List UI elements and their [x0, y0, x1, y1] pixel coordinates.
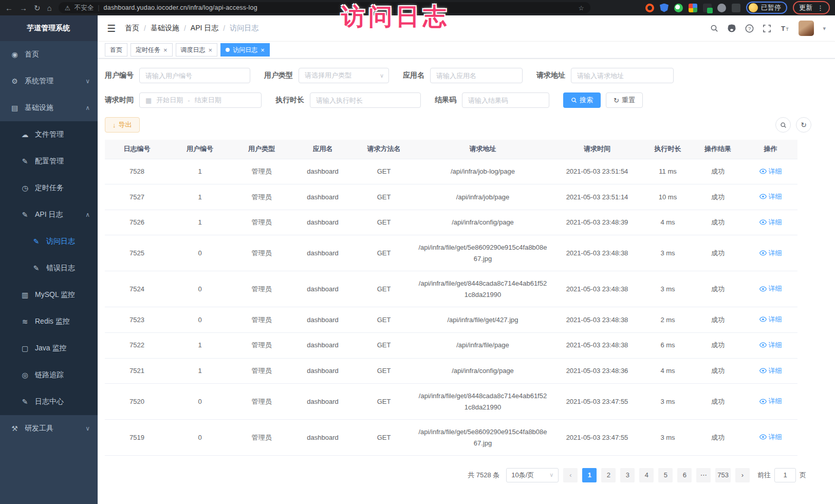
page-content: 用户编号 用户类型 请选择用户类型 ∨ 应用名 请求地址 请求 — [98, 59, 835, 504]
extension-icon[interactable] — [645, 4, 654, 12]
sidebar-item-infra[interactable]: ▤ 基础设施 ∧ — [0, 95, 98, 121]
bookmark-star-icon[interactable]: ☆ — [578, 4, 584, 12]
sidebar-item-label: 基础设施 — [25, 103, 53, 113]
breadcrumb-separator: / — [144, 24, 146, 32]
page-button-4[interactable]: 4 — [639, 468, 654, 482]
detail-link[interactable]: 详细 — [759, 432, 782, 442]
browser-update-button[interactable]: 更新 ⋮ — [793, 1, 830, 14]
kebab-menu-icon[interactable]: ⋮ — [817, 4, 824, 12]
help-icon[interactable]: ? — [745, 24, 754, 33]
sidebar-item-label: 访问日志 — [46, 237, 75, 246]
profile-paused-badge[interactable]: 已暂停 — [746, 2, 787, 14]
search-icon[interactable] — [710, 24, 718, 32]
extension-icon[interactable] — [717, 4, 726, 12]
browser-home-icon[interactable]: ⌂ — [47, 4, 52, 12]
cell-request-time: 2021-05-03 23:48:38 — [551, 271, 643, 307]
result-code-input[interactable] — [462, 92, 549, 108]
extension-icon[interactable] — [703, 4, 712, 12]
page-button-753[interactable]: 753 — [715, 468, 731, 482]
detail-link[interactable]: 详细 — [759, 340, 782, 350]
address-bar[interactable]: ⚠ 不安全 | dashboard.yudao.iocoder.cn/infra… — [59, 2, 590, 13]
detail-link[interactable]: 详细 — [759, 217, 782, 228]
sidebar-item-log-center[interactable]: ✎ 日志中心 — [0, 388, 98, 415]
request-url-input[interactable] — [571, 68, 674, 83]
close-icon[interactable]: × — [163, 47, 168, 53]
sidebar-item-redis-monitor[interactable]: ≋ Redis 监控 — [0, 308, 98, 335]
extension-icon[interactable] — [674, 4, 683, 12]
sidebar-item-file-manage[interactable]: ☁ 文件管理 — [0, 121, 98, 148]
page-button-1[interactable]: 1 — [582, 468, 597, 482]
breadcrumb-item[interactable]: API 日志 — [191, 24, 218, 33]
pagination-ellipsis[interactable]: ⋯ — [696, 468, 711, 482]
next-page-button[interactable]: › — [735, 468, 750, 482]
hamburger-icon[interactable]: ☰ — [107, 23, 116, 34]
font-size-icon[interactable]: TT — [780, 24, 790, 33]
tab-home[interactable]: 首页 — [105, 43, 127, 57]
sidebar-item-scheduled-job[interactable]: ◷ 定时任务 — [0, 175, 98, 201]
goto-page-input[interactable] — [774, 468, 796, 482]
close-icon[interactable]: × — [261, 47, 265, 53]
app-name-input[interactable] — [430, 68, 523, 83]
refresh-table-button[interactable]: ↻ — [796, 117, 811, 133]
sidebar-item-access-log[interactable]: ✎ 访问日志 — [0, 228, 98, 255]
close-icon[interactable]: × — [209, 47, 213, 53]
filter-request-time: 请求时间 ▦ 开始日期 - 结束日期 — [105, 92, 262, 108]
toggle-search-button[interactable] — [775, 117, 791, 133]
request-time-range-picker[interactable]: ▦ 开始日期 - 结束日期 — [139, 92, 262, 108]
page-button-6[interactable]: 6 — [677, 468, 692, 482]
page-button-2[interactable]: 2 — [601, 468, 616, 482]
chevron-up-icon: ∧ — [85, 104, 90, 111]
detail-link[interactable]: 详细 — [759, 248, 782, 258]
table-body: 7528 1 管理员 dashboard GET /api/infra/job-… — [105, 159, 797, 455]
sidebar-item-mysql-monitor[interactable]: ▥ MySQL 监控 — [0, 282, 98, 308]
detail-link[interactable]: 详细 — [759, 283, 782, 294]
extension-icon[interactable] — [732, 4, 740, 12]
sidebar-item-system[interactable]: ⚙ 系统管理 ∨ — [0, 68, 98, 95]
page-button-5[interactable]: 5 — [658, 468, 673, 482]
page-button-3[interactable]: 3 — [620, 468, 635, 482]
breadcrumb-item[interactable]: 基础设施 — [151, 24, 179, 33]
tab-scheduled-job[interactable]: 定时任务 × — [131, 43, 173, 57]
sidebar-item-java-monitor[interactable]: ▢ Java 监控 — [0, 335, 98, 362]
col-user-id: 用户编号 — [169, 140, 231, 159]
browser-forward-icon[interactable]: → — [20, 4, 27, 12]
export-button[interactable]: ↓ 导出 — [105, 117, 140, 133]
breadcrumb-item[interactable]: 首页 — [125, 24, 139, 33]
reset-button[interactable]: ↻ 重置 — [606, 92, 643, 108]
user-type-select[interactable]: 请选择用户类型 ∨ — [299, 68, 389, 83]
detail-link[interactable]: 详细 — [759, 314, 782, 325]
sidebar-item-label: MySQL 监控 — [35, 290, 75, 300]
duration-input[interactable] — [310, 92, 421, 108]
tab-schedule-log[interactable]: 调度日志 × — [176, 43, 218, 57]
page-size-select[interactable]: 10条/页 ∨ — [506, 468, 559, 482]
cell-actions: 详细 — [744, 184, 797, 210]
eye-icon — [759, 169, 767, 174]
prev-page-button[interactable]: ‹ — [563, 468, 578, 482]
shield-extension-icon[interactable] — [660, 4, 669, 12]
detail-link[interactable]: 详细 — [759, 191, 782, 202]
github-icon[interactable] — [727, 24, 736, 33]
extensions-puzzle-icon[interactable] — [689, 4, 697, 12]
user-avatar[interactable] — [799, 21, 814, 36]
cell-user-id: 1 — [169, 210, 231, 235]
sidebar-item-home[interactable]: ◉ 首页 — [0, 41, 98, 68]
filter-row-1: 用户编号 用户类型 请选择用户类型 ∨ 应用名 请求地址 — [105, 68, 828, 83]
sidebar-item-error-log[interactable]: ✎ 错误日志 — [0, 255, 98, 282]
sidebar-item-trace[interactable]: ◎ 链路追踪 — [0, 362, 98, 388]
caret-down-icon[interactable]: ▾ — [823, 25, 826, 32]
browser-back-icon[interactable]: ← — [5, 4, 13, 12]
update-label: 更新 — [799, 3, 812, 12]
sidebar-item-devtools[interactable]: ⚒ 研发工具 ∨ — [0, 415, 98, 442]
browser-reload-icon[interactable]: ↻ — [34, 4, 41, 12]
tab-access-log[interactable]: 访问日志 × — [220, 43, 270, 57]
cell-method: GET — [353, 384, 415, 420]
detail-link[interactable]: 详细 — [759, 396, 782, 406]
fullscreen-icon[interactable] — [763, 24, 771, 33]
sidebar-item-api-log[interactable]: ✎ API 日志 ∧ — [0, 201, 98, 228]
sidebar-item-config-manage[interactable]: ✎ 配置管理 — [0, 148, 98, 175]
user-id-input[interactable] — [139, 68, 250, 83]
col-request-time: 请求时间 — [551, 140, 643, 159]
detail-link[interactable]: 详细 — [759, 365, 782, 376]
detail-link[interactable]: 详细 — [759, 166, 782, 177]
search-button[interactable]: 搜索 — [563, 92, 601, 108]
